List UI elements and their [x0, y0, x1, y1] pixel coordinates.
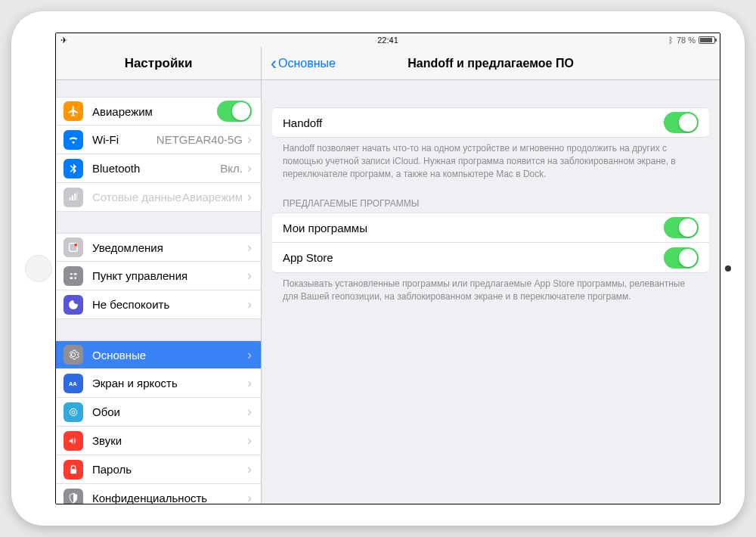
- settings-sidebar: Настройки АвиарежимWi-FiNETGEAR40-5G›Blu…: [56, 47, 262, 504]
- chevron-right-icon: ›: [247, 375, 252, 391]
- svg-point-8: [72, 411, 75, 414]
- sidebar-item-label: Не беспокоить: [92, 298, 246, 311]
- detail-pane: ‹ Основные Handoff и предлагаемое ПО Han…: [262, 47, 720, 504]
- toggle-switch[interactable]: [217, 101, 252, 122]
- svg-rect-3: [74, 273, 77, 275]
- sidebar-item-gear[interactable]: Основные›: [56, 340, 261, 369]
- sidebar-item-label: Экран и яркость: [92, 377, 246, 390]
- cc-icon: [64, 266, 83, 286]
- bt-icon: [64, 159, 83, 178]
- svg-point-5: [74, 277, 76, 279]
- sidebar-item-airplane[interactable]: Авиарежим: [56, 97, 261, 126]
- back-label: Основные: [278, 57, 336, 70]
- svg-text:AA: AA: [69, 380, 77, 387]
- home-button[interactable]: [25, 255, 52, 282]
- sidebar-item-value: NETGEAR40-5G: [156, 133, 243, 146]
- chevron-right-icon: ›: [247, 160, 252, 176]
- chevron-right-icon: ›: [247, 132, 252, 147]
- lock-icon: [64, 460, 83, 480]
- sidebar-item-wifi[interactable]: Wi-FiNETGEAR40-5G›: [56, 126, 261, 154]
- chevron-right-icon: ›: [247, 433, 252, 449]
- airplane-icon: [64, 101, 83, 121]
- sidebar-item-label: Сотовые данные: [92, 191, 182, 203]
- setting-row: Handoff: [272, 107, 709, 138]
- svg-rect-4: [70, 277, 73, 279]
- sidebar-item-value: Авиарежим: [182, 191, 243, 203]
- sidebar-title: Настройки: [125, 56, 193, 71]
- sidebar-item-label: Авиарежим: [92, 105, 217, 118]
- svg-point-1: [74, 244, 77, 247]
- chevron-right-icon: ›: [247, 296, 252, 312]
- sidebar-item-label: Звуки: [92, 434, 246, 447]
- chevron-right-icon: ›: [247, 189, 252, 205]
- cell-icon: [64, 188, 83, 207]
- svg-rect-9: [70, 469, 76, 473]
- chevron-right-icon: ›: [247, 347, 252, 363]
- section-footer: Handoff позволяет начать что-то на одном…: [272, 138, 709, 180]
- chevron-left-icon: ‹: [271, 54, 277, 73]
- sidebar-item-wall[interactable]: Обои›: [56, 398, 261, 427]
- notif-icon: [64, 237, 83, 257]
- sidebar-item-sound[interactable]: Звуки›: [56, 427, 261, 455]
- status-time: 22:41: [377, 36, 398, 45]
- gear-icon: [64, 345, 83, 365]
- sidebar-item-privacy[interactable]: Конфиденциальность›: [56, 484, 261, 504]
- setting-label: App Store: [283, 251, 664, 264]
- sidebar-item-display[interactable]: AAЭкран и яркость›: [56, 369, 261, 398]
- sidebar-item-label: Bluetooth: [92, 162, 220, 175]
- bluetooth-icon: ᛒ: [668, 36, 674, 45]
- toggle-switch[interactable]: [664, 247, 699, 268]
- toggle-switch[interactable]: [664, 217, 699, 238]
- sidebar-item-label: Пароль: [92, 463, 246, 476]
- setting-label: Мои программы: [283, 222, 664, 234]
- sidebar-item-label: Основные: [92, 349, 246, 362]
- chevron-right-icon: ›: [247, 268, 252, 284]
- back-button[interactable]: ‹ Основные: [271, 54, 336, 73]
- svg-point-2: [70, 273, 73, 275]
- dnd-icon: [64, 295, 83, 315]
- detail-title: Handoff и предлагаемое ПО: [407, 57, 574, 70]
- chevron-right-icon: ›: [247, 490, 252, 504]
- toggle-switch[interactable]: [664, 112, 699, 133]
- wall-icon: [64, 402, 83, 422]
- airplane-icon: ✈: [60, 36, 67, 45]
- sidebar-item-label: Wi-Fi: [92, 133, 156, 146]
- chevron-right-icon: ›: [247, 461, 252, 477]
- privacy-icon: [64, 489, 83, 504]
- wifi-icon: [64, 130, 83, 150]
- sidebar-item-notif[interactable]: Уведомления›: [56, 233, 261, 262]
- chevron-right-icon: ›: [247, 404, 252, 420]
- svg-point-7: [70, 408, 76, 415]
- sound-icon: [64, 431, 83, 451]
- chevron-right-icon: ›: [247, 240, 252, 256]
- section-header: ПРЕДЛАГАЕМЫЕ ПРОГРАММЫ: [272, 198, 709, 213]
- setting-label: Handoff: [283, 116, 664, 129]
- display-icon: AA: [64, 374, 83, 393]
- sidebar-item-value: Вкл.: [220, 162, 243, 175]
- setting-row: Мои программы: [272, 213, 709, 243]
- sidebar-item-bt[interactable]: BluetoothВкл.›: [56, 154, 261, 183]
- sidebar-item-label: Конфиденциальность: [92, 492, 246, 504]
- status-bar: ✈ 22:41 ᛒ 78 %: [56, 33, 720, 47]
- sidebar-item-label: Обои: [92, 405, 246, 418]
- battery-icon: [699, 36, 715, 44]
- camera-dot: [725, 265, 731, 272]
- sidebar-item-label: Уведомления: [92, 241, 246, 254]
- sidebar-item-lock[interactable]: Пароль›: [56, 455, 261, 484]
- battery-percent: 78 %: [677, 36, 696, 45]
- sidebar-item-label: Пункт управления: [92, 269, 246, 282]
- section-footer: Показывать установленные программы или п…: [272, 273, 709, 303]
- setting-row: App Store: [272, 243, 709, 273]
- sidebar-item-cc[interactable]: Пункт управления›: [56, 262, 261, 290]
- sidebar-item-cell: Сотовые данныеАвиарежим›: [56, 183, 261, 212]
- sidebar-item-dnd[interactable]: Не беспокоить›: [56, 290, 261, 319]
